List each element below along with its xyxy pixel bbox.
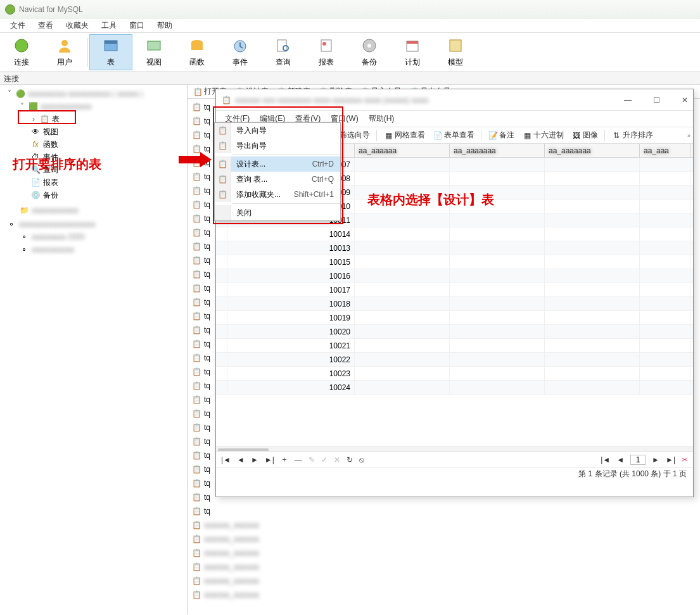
- svg-point-1: [61, 40, 68, 46]
- table-icon: 📋: [191, 172, 201, 182]
- main-menu-bar: 文件 查看 收藏夹 工具 窗口 帮助: [0, 19, 700, 33]
- toolbar-query-button[interactable]: 查询: [262, 34, 305, 70]
- table-icon: 📋: [218, 190, 227, 199]
- child-tb-hex[interactable]: ▦十六进制: [518, 130, 568, 141]
- grid-row[interactable]: 10021: [216, 339, 693, 353]
- toolbar-user-button[interactable]: 用户: [43, 34, 86, 70]
- tree-backups[interactable]: 💿 备份: [0, 189, 187, 201]
- table-icon: 📋: [191, 520, 201, 530]
- page-input[interactable]: [630, 455, 646, 465]
- grid-row[interactable]: 10015: [216, 255, 693, 269]
- nav-refresh-button[interactable]: ↻: [347, 455, 353, 464]
- nav-cancel-button[interactable]: ✕: [334, 455, 340, 464]
- ctx-item[interactable]: 📋导出向导: [215, 138, 340, 153]
- table-icon: 📋: [191, 325, 201, 335]
- tree-db-blur[interactable]: 📁 aaaaaaaaaaa: [0, 204, 187, 217]
- tree-tables[interactable]: › 📋 表: [0, 113, 187, 125]
- ctx-item[interactable]: 📋设计表...Ctrl+D: [215, 156, 340, 172]
- nav-prev-button[interactable]: ◄: [237, 455, 245, 464]
- child-tb-gridview[interactable]: ▦网格查看: [379, 130, 429, 141]
- tree-reports[interactable]: 📄 报表: [0, 176, 187, 189]
- ctx-item[interactable]: 📋添加收藏夹...Shift+Ctrl+1: [215, 187, 340, 202]
- grid-icon: ▦: [383, 130, 393, 141]
- tree-conn-blur3[interactable]: ⚬ aaaaaaaaaa: [0, 243, 187, 256]
- grid-row[interactable]: 10014: [216, 227, 693, 241]
- grid-row[interactable]: 10023: [216, 367, 693, 381]
- report-icon: 📄: [30, 177, 41, 187]
- nav-edit-button[interactable]: ✎: [309, 455, 315, 464]
- page-next-button[interactable]: ►: [652, 455, 659, 464]
- toolbar-schedule-button[interactable]: 计划: [391, 34, 434, 70]
- tree-conn-root[interactable]: ˅ 🟢 aaaaaaaaa aaaaaaaaaa ( aaaaa ): [0, 87, 187, 100]
- menu-file[interactable]: 文件: [4, 20, 32, 31]
- ctx-item[interactable]: 📋查询 表...Ctrl+Q: [215, 172, 340, 187]
- menu-help[interactable]: 帮助: [151, 20, 179, 31]
- toolbar-func-button[interactable]: 函数: [175, 34, 219, 70]
- child-tb-memo[interactable]: 📝备注: [484, 130, 518, 141]
- grid-row[interactable]: 10019: [216, 311, 693, 325]
- child-maximize-button[interactable]: ☐: [653, 96, 660, 105]
- child-tb-sort-asc[interactable]: ⇅升序排序: [608, 130, 657, 141]
- grid-row[interactable]: 10016: [216, 269, 693, 283]
- table-list-item[interactable]: 📋aaaaaa_aaaaaa: [188, 532, 700, 546]
- tree-events[interactable]: ⏱ 事件: [0, 151, 187, 163]
- toolbar-backup-button[interactable]: 备份: [348, 34, 391, 70]
- table-icon: 📋: [218, 175, 227, 184]
- toolbar-view-button[interactable]: 视图: [132, 34, 175, 70]
- nav-stop-button[interactable]: ⦸: [359, 455, 364, 464]
- tree-db-node[interactable]: ˅ 🟩 aaaaaaaaaaaa: [0, 100, 187, 113]
- nav-settings-button[interactable]: ✂: [682, 455, 688, 464]
- tree-conn-blur[interactable]: ⚬ aaaaaaaaaaaaaaaaaa: [0, 218, 187, 231]
- tree-conn-blur2[interactable]: ⚬ aaaaaaaa 2000: [0, 231, 187, 243]
- child-minimize-button[interactable]: —: [624, 96, 632, 105]
- grid-row[interactable]: 10024: [216, 381, 693, 395]
- grid-row[interactable]: 10018: [216, 297, 693, 311]
- table-icon: 📋: [191, 227, 201, 238]
- menu-favorites[interactable]: 收藏夹: [60, 20, 95, 31]
- toolbar-table-button[interactable]: 表: [89, 34, 132, 70]
- menu-window[interactable]: 窗口: [123, 20, 151, 31]
- toolbar-plug-button[interactable]: 连接: [0, 34, 43, 70]
- tree-functions[interactable]: fx 函数: [0, 138, 187, 151]
- table-list-item[interactable]: 📋aaaaaa_aaaaaa: [188, 518, 700, 532]
- table-list-item[interactable]: 📋aaaaaa_aaaaaa: [188, 588, 700, 602]
- page-first-button[interactable]: |◄: [601, 455, 610, 464]
- child-title-bar[interactable]: 📋 aaaaaa aaa aaaaaaaa aaaa aaaaaaa aaaa …: [216, 89, 693, 111]
- page-prev-button[interactable]: ◄: [616, 455, 624, 464]
- ctx-item[interactable]: 📋导入向导: [215, 123, 340, 138]
- child-close-button[interactable]: ✕: [682, 96, 688, 105]
- grid-row[interactable]: 10013: [216, 241, 693, 255]
- table-list-item[interactable]: 📋aaaaaa_aaaaaa: [188, 560, 700, 574]
- child-tb-formview[interactable]: 📄表单查看: [429, 130, 478, 141]
- toolbar-report-button[interactable]: 报表: [305, 34, 348, 70]
- table-list-item[interactable]: 📋tq: [188, 504, 700, 518]
- table-list-item[interactable]: 📋aaaaaa_aaaaaa: [188, 546, 700, 560]
- grid-row[interactable]: 10022: [216, 353, 693, 367]
- toolbar-model-button[interactable]: 模型: [434, 34, 477, 70]
- tree-views[interactable]: 👁 视图: [0, 125, 187, 138]
- ctx-item[interactable]: 关闭: [215, 205, 340, 220]
- toolbar-event-button[interactable]: 事件: [219, 34, 262, 70]
- svg-rect-10: [321, 40, 331, 51]
- menu-view[interactable]: 查看: [32, 20, 60, 31]
- grid-row[interactable]: 10017: [216, 283, 693, 297]
- table-list-item[interactable]: 📋aaaaaa_aaaaaa: [188, 574, 700, 588]
- page-last-button[interactable]: ►|: [666, 455, 675, 464]
- svg-rect-4: [148, 41, 160, 50]
- nav-first-button[interactable]: |◄: [221, 455, 231, 464]
- nav-apply-button[interactable]: ✓: [321, 455, 328, 464]
- nav-remove-button[interactable]: —: [295, 455, 302, 464]
- table-icon: 📋: [191, 395, 201, 405]
- nav-next-button[interactable]: ►: [251, 455, 258, 464]
- child-tb-image[interactable]: 🖼图像: [568, 130, 602, 141]
- tree-queries[interactable]: 🔍 查询: [0, 163, 187, 176]
- menu-tools[interactable]: 工具: [95, 20, 123, 31]
- table-icon: 📋: [191, 213, 201, 224]
- horizontal-scrollbar[interactable]: [216, 447, 693, 451]
- nav-add-button[interactable]: ＋: [281, 454, 288, 465]
- grid-row[interactable]: 10020: [216, 325, 693, 339]
- chevron-right-icon[interactable]: »: [687, 132, 690, 139]
- child-menu-help[interactable]: 帮助(H): [364, 113, 400, 124]
- view-icon: [145, 37, 163, 54]
- nav-last-button[interactable]: ►|: [265, 455, 274, 464]
